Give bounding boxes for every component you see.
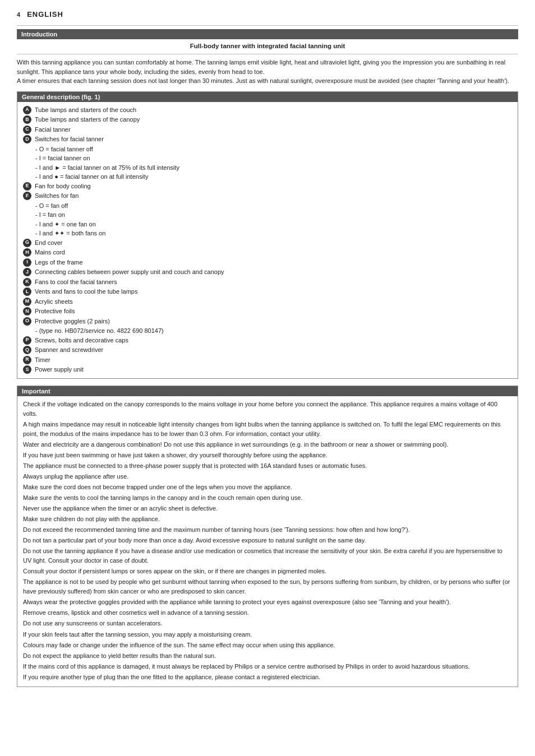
badge-g: G [23,239,31,247]
list-item: N Protective foils [23,307,512,316]
badge-n: N [23,307,31,316]
item-m-text: Acrylic sheets [35,297,73,307]
badge-d: D [23,135,31,143]
item-p-text: Screws, bolts and decorative caps [35,336,128,345]
item-g-text: End cover [35,238,63,248]
list-item: J Connecting cables between power supply… [23,267,512,277]
item-list-2: E Fan for body cooling F Switches for fa… [23,182,512,201]
sub-items-d: - O = facial tanner off - I = facial tan… [23,145,512,182]
page-number: 4 [17,11,20,18]
important-p4: If you have just been swimming or have j… [23,451,512,460]
badge-q: Q [23,346,31,354]
list-item: L Vents and fans to cool the tube lamps [23,287,512,296]
item-c-text: Facial tanner [35,125,71,134]
item-n-text: Protective foils [35,307,75,316]
sub-item: - O = facial tanner off [35,145,512,154]
important-p23: If you require another type of plug than… [23,672,512,682]
badge-j: J [23,268,31,276]
badge-e: E [23,182,31,191]
important-p15: The appliance is not to be used by peopl… [23,577,512,596]
sub-item: - I and ► = facial tanner on at 75% of i… [35,163,512,173]
sub-item: - I and ✦ = one fan on [35,220,512,229]
item-k-text: Fans to cool the facial tanners [35,277,117,287]
badge-k: K [23,278,31,286]
important-p17: Remove creams, lipstick and other cosmet… [23,608,512,618]
badge-l: L [23,287,31,296]
intro-paragraph-1: With this tanning appliance you can sunt… [17,58,518,86]
badge-s: S [23,365,31,374]
sub-item: - (type no. HB072/service no. 4822 690 8… [35,326,512,336]
important-p11: Do not exceed the recommended tanning ti… [23,525,512,535]
item-f-text: Switches for fan [35,191,79,201]
item-e-text: Fan for body cooling [35,182,91,191]
sub-items-f: - O = fan off - I = fan on - I and ✦ = o… [23,201,512,238]
item-q-text: Spanner and screwdriver [35,345,103,355]
badge-c: C [23,126,31,134]
sub-item: - O = fan off [35,201,512,211]
important-text: Check if the voltage indicated on the ca… [23,400,512,682]
badge-b: B [23,115,31,124]
item-l-text: Vents and fans to cool the tube lamps [35,287,137,296]
important-p1: Check if the voltage indicated on the ca… [23,400,512,419]
important-p21: Do not expect the appliance to yield bet… [23,651,512,661]
list-item: S Power supply unit [23,365,512,374]
list-item: C Facial tanner [23,125,512,134]
important-p9: Never use the appliance when the timer o… [23,504,512,513]
item-a-text: Tube lamps and starters of the couch [35,105,136,115]
list-item: R Timer [23,355,512,365]
item-s-text: Power supply unit [35,365,84,374]
sub-item: - I = fan on [35,210,512,220]
list-item: Q Spanner and screwdriver [23,345,512,355]
list-item: G End cover [23,238,512,248]
important-section: Important Check if the voltage indicated… [17,386,518,687]
list-item: A Tube lamps and starters of the couch [23,105,512,115]
important-p13: Do not use the tanning appliance if you … [23,546,512,565]
list-item: O Protective goggles (2 pairs) [23,317,512,326]
important-p3: Water and electricity are a dangerous co… [23,440,512,449]
important-p14: Consult your doctor if persistent lumps … [23,567,512,576]
badge-r: R [23,356,31,364]
badge-a: A [23,106,31,114]
page-language: ENGLISH [27,10,63,18]
item-list: A Tube lamps and starters of the couch B… [23,105,512,144]
badge-f: F [23,192,31,200]
sub-item: - I and ✦✦ = both fans on [35,229,512,238]
list-item: H Mains cord [23,248,512,257]
important-p19: If your skin feels taut after the tannin… [23,630,512,639]
item-b-text: Tube lamps and starters of the canopy [35,115,140,124]
badge-h: H [23,248,31,257]
page-header: 4 ENGLISH [17,10,518,18]
list-item: E Fan for body cooling [23,182,512,191]
introduction-header: Introduction [17,29,518,39]
important-p22: If the mains cord of this appliance is d… [23,662,512,671]
list-item: M Acrylic sheets [23,297,512,307]
general-description-section: General description (fig. 1) A Tube lamp… [17,91,518,379]
item-r-text: Timer [35,355,50,365]
introduction-section: Introduction Full-body tanner with integ… [17,29,518,86]
list-item: K Fans to cool the facial tanners [23,277,512,287]
important-p2: A high mains impedance may result in not… [23,420,512,439]
item-o-text: Protective goggles (2 pairs) [35,317,110,326]
list-item: D Switches for facial tanner [23,134,512,144]
item-h-text: Mains cord [35,248,65,257]
important-header: Important [17,386,518,396]
badge-i: I [23,258,31,267]
sub-items-o: - (type no. HB072/service no. 4822 690 8… [23,326,512,336]
important-p20: Colours may fade or change under the inf… [23,641,512,650]
important-p8: Make sure the vents to cool the tanning … [23,493,512,503]
item-i-text: Legs of the frame [35,258,83,267]
item-list-4: P Screws, bolts and decorative caps Q Sp… [23,336,512,374]
important-p7: Make sure the cord does not become trapp… [23,483,512,492]
badge-p: P [23,336,31,345]
important-p10: Make sure children do not play with the … [23,514,512,524]
important-p16: Always wear the protective goggles provi… [23,597,512,607]
list-item: B Tube lamps and starters of the canopy [23,115,512,124]
item-d-text: Switches for facial tanner [35,134,104,144]
item-list-3: G End cover H Mains cord I Legs of the f… [23,238,512,326]
subtitle: Full-body tanner with integrated facial … [17,43,518,49]
important-p18: Do not use any sunscreens or suntan acce… [23,619,512,628]
important-p5: The appliance must be connected to a thr… [23,461,512,471]
important-p12: Do not tan a particular part of your bod… [23,536,512,545]
item-j-text: Connecting cables between power supply u… [35,267,224,277]
sub-item: - I = facial tanner on [35,154,512,163]
